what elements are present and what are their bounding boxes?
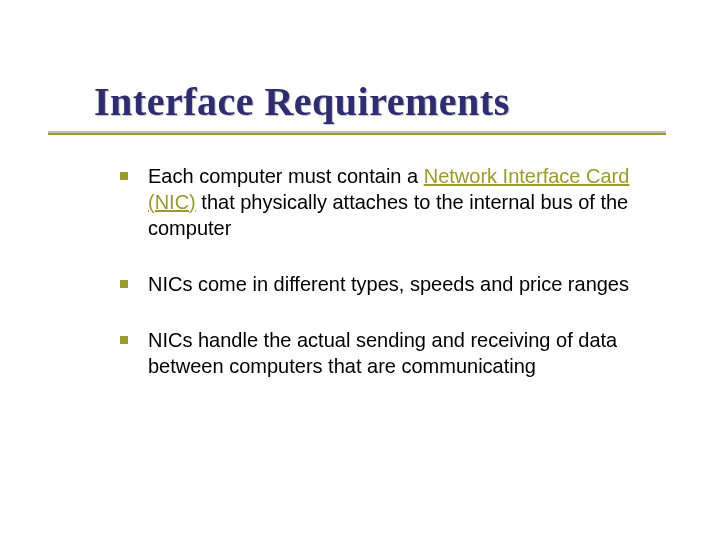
- bullet-pre: NICs come in different types, speeds and…: [148, 273, 629, 295]
- bullet-pre: NICs handle the actual sending and recei…: [148, 329, 617, 377]
- bullet-pre: Each computer must contain a: [148, 165, 424, 187]
- bullet-text: NICs come in different types, speeds and…: [148, 271, 660, 297]
- square-bullet-icon: [120, 336, 128, 344]
- list-item: NICs handle the actual sending and recei…: [120, 327, 660, 379]
- slide-body: Each computer must contain a Network Int…: [94, 163, 660, 379]
- square-bullet-icon: [120, 280, 128, 288]
- square-bullet-icon: [120, 172, 128, 180]
- title-underline: [48, 131, 666, 135]
- list-item: Each computer must contain a Network Int…: [120, 163, 660, 241]
- slide: Interface Requirements Each computer mus…: [0, 0, 720, 540]
- bullet-text: Each computer must contain a Network Int…: [148, 163, 660, 241]
- bullet-post: that physically attaches to the internal…: [148, 191, 628, 239]
- page-title: Interface Requirements: [94, 78, 660, 125]
- bullet-text: NICs handle the actual sending and recei…: [148, 327, 660, 379]
- list-item: NICs come in different types, speeds and…: [120, 271, 660, 297]
- title-wrap: Interface Requirements: [94, 78, 660, 135]
